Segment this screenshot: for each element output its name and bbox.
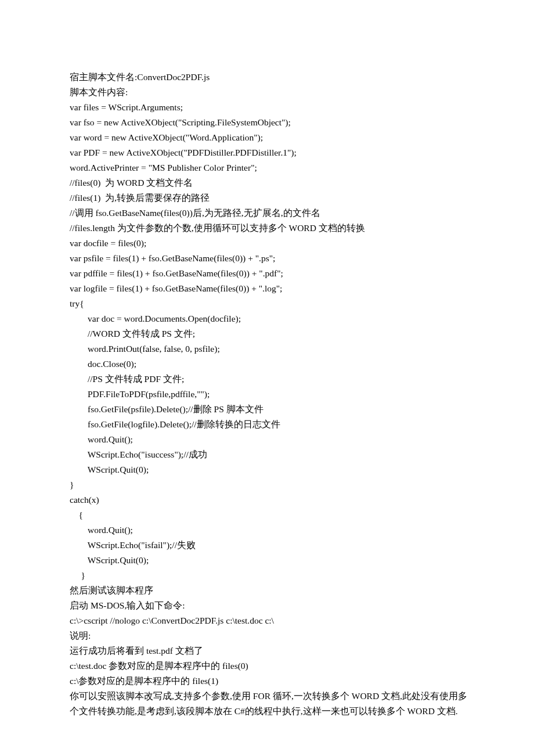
code-line: 你可以安照该脚本改写成,支持多个参数,使用 FOR 循环,一次转换多个 WORD… [70, 689, 467, 719]
code-line: 说明: [70, 628, 467, 643]
code-line: } [70, 568, 467, 583]
code-line: c:\test.doc 参数对应的是脚本程序中的 files(0) [70, 658, 467, 674]
code-line: var fso = new ActiveXObject("Scripting.F… [70, 115, 467, 130]
code-line: //files(0) 为 WORD 文档文件名 [70, 175, 467, 190]
code-line: 脚本文件内容: [70, 85, 467, 100]
code-line: word.Quit(); [70, 432, 467, 447]
code-line: 然后测试该脚本程序 [70, 583, 467, 598]
document-body: 宿主脚本文件名:ConvertDoc2PDF.js脚本文件内容:var file… [70, 70, 467, 719]
code-line: WScript.Quit(0); [70, 553, 467, 568]
code-line: 启动 MS-DOS,输入如下命令: [70, 598, 467, 613]
code-line: WScript.Echo("isuccess");//成功 [70, 447, 467, 462]
code-line: doc.Close(0); [70, 357, 467, 372]
code-line: var PDF = new ActiveXObject("PDFDistille… [70, 145, 467, 160]
code-line: var files = WScript.Arguments; [70, 100, 467, 115]
code-line: var logfile = files(1) + fso.GetBaseName… [70, 281, 467, 296]
code-line: } [70, 477, 467, 492]
code-line: 宿主脚本文件名:ConvertDoc2PDF.js [70, 70, 467, 85]
code-line: var pdffile = files(1) + fso.GetBaseName… [70, 266, 467, 281]
code-line: var word = new ActiveXObject("Word.Appli… [70, 130, 467, 145]
code-line: catch(x) [70, 492, 467, 507]
code-line: //files(1) 为,转换后需要保存的路径 [70, 190, 467, 206]
code-line: word.ActivePrinter = "MS Publisher Color… [70, 160, 467, 175]
code-line: c:\参数对应的是脚本程序中的 files(1) [70, 674, 467, 689]
code-line: PDF.FileToPDF(psfile,pdffile,""); [70, 387, 467, 402]
code-line: c:\>cscript //nologo c:\ConvertDoc2PDF.j… [70, 613, 467, 628]
code-line: fso.GetFile(logfile).Delete();//删除转换的日志文… [70, 417, 467, 432]
code-line: //PS 文件转成 PDF 文件; [70, 372, 467, 387]
code-line: //调用 fso.GetBaseName(files(0))后,为无路径,无扩展… [70, 206, 467, 221]
code-line: try{ [70, 296, 467, 311]
code-line: var docfile = files(0); [70, 236, 467, 251]
code-line: WScript.Quit(0); [70, 462, 467, 477]
code-line: //files.length 为文件参数的个数,使用循环可以支持多个 WORD … [70, 221, 467, 236]
code-line: var doc = word.Documents.Open(docfile); [70, 311, 467, 326]
code-line: var psfile = files(1) + fso.GetBaseName(… [70, 251, 467, 266]
code-line: word.PrintOut(false, false, 0, psfile); [70, 341, 467, 357]
code-line: 运行成功后将看到 test.pdf 文档了 [70, 643, 467, 658]
code-line: word.Quit(); [70, 523, 467, 538]
code-line: fso.GetFile(psfile).Delete();//删除 PS 脚本文… [70, 402, 467, 417]
code-line: //WORD 文件转成 PS 文件; [70, 326, 467, 341]
code-line: { [70, 507, 467, 523]
code-line: WScript.Echo("isfail");//失败 [70, 538, 467, 553]
